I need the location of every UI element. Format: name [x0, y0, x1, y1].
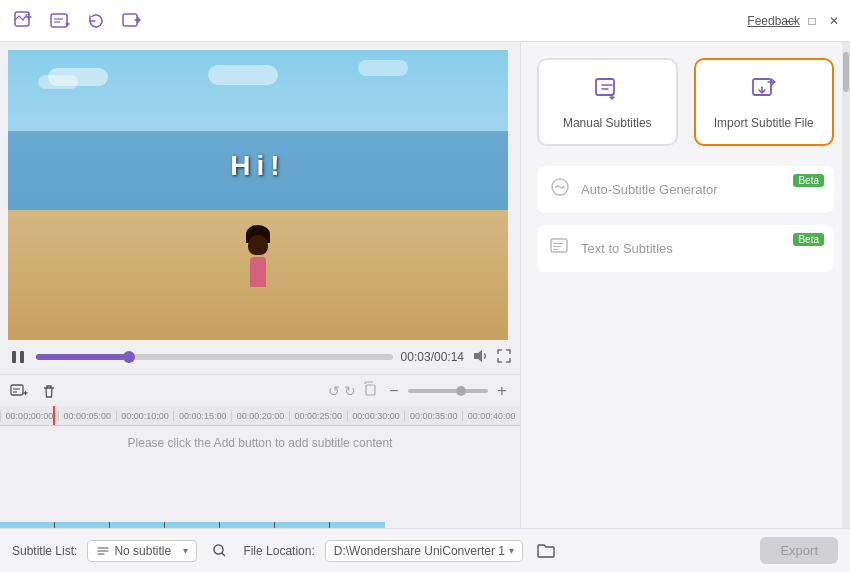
main-area: Hi! 00:03/00:14	[0, 42, 850, 572]
volume-icon[interactable]	[472, 348, 488, 367]
card-row: Manual Subtitles Import Subtitle File	[537, 58, 834, 146]
time-display: 00:03/00:14	[401, 350, 464, 364]
cloud-4	[358, 60, 408, 76]
subtitle-toolbar: ↺ ↻ − +	[0, 374, 520, 406]
ruler-mark-5: 00:00:25:00	[289, 411, 347, 421]
add-subtitle-hint: Please click the Add button to add subti…	[128, 436, 393, 450]
delete-subtitle-button[interactable]	[38, 380, 60, 402]
figure	[244, 225, 272, 285]
search-button[interactable]	[207, 538, 233, 564]
svg-rect-8	[11, 385, 23, 395]
left-panel: Hi! 00:03/00:14	[0, 42, 520, 572]
svg-rect-5	[12, 351, 16, 363]
auto-subtitle-item[interactable]: Auto-Subtitle Generator Beta	[537, 166, 834, 213]
add-media-icon[interactable]	[10, 7, 38, 35]
ruler-mark-0: 00:00:00:00	[0, 411, 58, 421]
zoom-in-button[interactable]: +	[492, 382, 512, 400]
fullscreen-button[interactable]	[496, 348, 512, 367]
timeline-ruler: 00:00:00:00 00:00:05:00 00:00:10:00 00:0…	[0, 406, 520, 426]
scrollbar-thumb	[843, 52, 849, 92]
figure-body	[250, 257, 266, 287]
progress-thumb[interactable]	[123, 351, 135, 363]
manual-subtitles-label: Manual Subtitles	[563, 116, 652, 130]
svg-rect-1	[51, 14, 67, 27]
auto-subtitle-icon	[549, 176, 571, 203]
file-path-arrow: ▾	[509, 545, 514, 556]
svg-rect-6	[20, 351, 24, 363]
undo-redo: ↺ ↻	[328, 383, 356, 399]
manual-subtitles-card[interactable]: Manual Subtitles	[537, 58, 678, 146]
cloud-3	[208, 65, 278, 85]
right-panel: Manual Subtitles Import Subtitle File	[520, 42, 850, 572]
manual-subtitles-icon	[593, 74, 621, 108]
timeline-cursor	[53, 406, 55, 425]
add-subtitle-button[interactable]	[8, 380, 30, 402]
import-subtitle-label: Import Subtitle File	[714, 116, 814, 130]
file-location-label: File Location:	[243, 544, 314, 558]
auto-subtitle-label: Auto-Subtitle Generator	[581, 182, 718, 197]
export-button[interactable]: Export	[760, 537, 838, 564]
file-path-value: D:\Wondershare UniConverter 1	[334, 544, 505, 558]
right-scrollbar[interactable]	[842, 42, 850, 528]
svg-point-21	[214, 545, 223, 554]
svg-rect-11	[366, 385, 375, 395]
progress-bar[interactable]	[36, 354, 393, 360]
add-subtitle-icon[interactable]	[46, 7, 74, 35]
folder-button[interactable]	[533, 538, 559, 564]
minimize-button[interactable]: —	[782, 13, 798, 29]
copy-button[interactable]	[362, 381, 378, 400]
figure-head	[248, 235, 268, 255]
zoom-thumb	[456, 386, 466, 396]
export-icon[interactable]	[118, 7, 146, 35]
text-to-subtitles-item[interactable]: Text to Subtitles Beta	[537, 225, 834, 272]
zoom-controls: − +	[384, 382, 512, 400]
file-path-select[interactable]: D:\Wondershare UniConverter 1 ▾	[325, 540, 523, 562]
text-subtitle-label: Text to Subtitles	[581, 241, 673, 256]
pause-button[interactable]	[8, 347, 28, 367]
text-subtitle-icon	[549, 235, 571, 262]
close-button[interactable]: ✕	[826, 13, 842, 29]
window-controls: — □ ✕	[782, 13, 842, 29]
ruler-marks: 00:00:00:00 00:00:05:00 00:00:10:00 00:0…	[0, 411, 520, 421]
toolbar-icons	[10, 7, 146, 35]
top-toolbar: Feedback — □ ✕	[0, 0, 850, 42]
video-background: Hi!	[8, 50, 508, 340]
svg-point-15	[556, 186, 558, 188]
svg-point-16	[563, 186, 565, 188]
video-container: Hi!	[8, 50, 508, 340]
ruler-mark-7: 00:00:35:00	[404, 411, 462, 421]
subtitle-list-label: Subtitle List:	[12, 544, 77, 558]
bottom-bar: Subtitle List: No subtitle ▾ File Locati…	[0, 528, 850, 572]
undo-button[interactable]: ↺	[328, 383, 340, 399]
svg-rect-12	[596, 79, 614, 95]
subtitle-select-icon	[96, 544, 110, 558]
toolbar-right: ↺ ↻ − +	[328, 381, 512, 400]
ruler-mark-8: 00:00:40:00	[462, 411, 520, 421]
progress-fill	[36, 354, 129, 360]
subtitle-select-value: No subtitle	[114, 544, 179, 558]
redo-button[interactable]: ↻	[344, 383, 356, 399]
text-subtitle-beta-badge: Beta	[793, 233, 824, 246]
ruler-mark-4: 00:00:20:00	[231, 411, 289, 421]
ruler-mark-1: 00:00:05:00	[58, 411, 116, 421]
auto-subtitle-beta-badge: Beta	[793, 174, 824, 187]
video-subtitle-overlay: Hi!	[230, 150, 285, 182]
zoom-out-button[interactable]: −	[384, 382, 404, 400]
maximize-button[interactable]: □	[804, 13, 820, 29]
playback-controls: 00:03/00:14	[0, 340, 520, 374]
ruler-mark-2: 00:00:10:00	[116, 411, 174, 421]
zoom-slider[interactable]	[408, 389, 488, 393]
ruler-mark-6: 00:00:30:00	[347, 411, 405, 421]
subtitle-select-arrow: ▾	[183, 545, 188, 556]
cloud-2	[38, 75, 78, 89]
ruler-mark-3: 00:00:15:00	[173, 411, 231, 421]
import-subtitle-card[interactable]: Import Subtitle File	[694, 58, 835, 146]
rotate-icon[interactable]	[82, 7, 110, 35]
subtitle-list-select[interactable]: No subtitle ▾	[87, 540, 197, 562]
import-subtitle-icon	[750, 74, 778, 108]
svg-marker-7	[474, 350, 482, 362]
